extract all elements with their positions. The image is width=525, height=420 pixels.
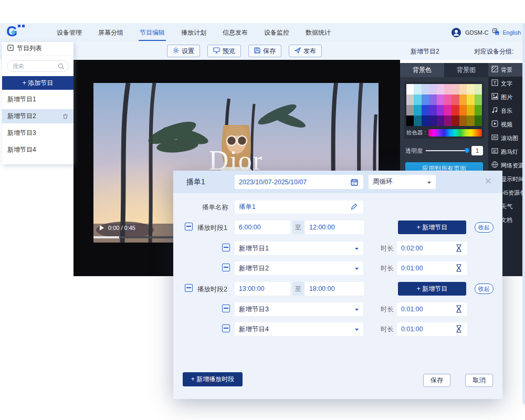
program-item-2[interactable]: 新增节目2 (2, 109, 74, 123)
add-program-to-section-button[interactable]: + 新增节目 (398, 220, 466, 234)
nav-data-stats[interactable]: 数据统计 (304, 24, 332, 42)
color-swatch[interactable] (429, 84, 436, 94)
save-button[interactable]: 保存 (248, 45, 281, 57)
color-swatch[interactable] (406, 84, 414, 94)
color-swatch[interactable] (452, 116, 459, 126)
color-swatch[interactable] (406, 116, 414, 126)
color-swatch[interactable] (414, 84, 421, 94)
section2-start-time[interactable] (235, 282, 290, 296)
opacity-slider[interactable] (426, 150, 468, 151)
tool-text[interactable]: T 文字 (488, 77, 522, 90)
tool-scroll-image[interactable]: 滚动图 (488, 131, 522, 145)
tool-music[interactable]: 音乐 (488, 104, 522, 118)
avatar-icon[interactable] (451, 27, 461, 38)
color-swatch[interactable] (444, 116, 452, 126)
color-spectrum-bar[interactable] (428, 129, 482, 136)
remove-program-button[interactable] (222, 264, 230, 271)
color-swatch[interactable] (467, 94, 474, 105)
color-swatch[interactable] (444, 84, 452, 94)
trash-icon[interactable] (62, 113, 68, 119)
color-swatch[interactable] (475, 116, 482, 126)
play-icon[interactable] (100, 225, 104, 230)
hourglass-icon[interactable] (456, 264, 462, 272)
program-item-3[interactable]: 新增节目3 (2, 126, 74, 140)
program-select[interactable]: 新增节目1 (235, 242, 363, 255)
nav-device-management[interactable]: 设备管理 (56, 24, 83, 42)
color-swatch[interactable] (429, 94, 436, 105)
calendar-icon[interactable] (351, 178, 358, 186)
playlist-name-input[interactable] (235, 201, 363, 214)
nav-play-schedule[interactable]: 播放计划 (180, 24, 207, 42)
color-swatch[interactable] (467, 116, 474, 126)
color-swatch[interactable] (414, 105, 421, 116)
modal-cancel-button[interactable]: 取消 (465, 374, 493, 387)
add-section-button[interactable]: + 新增播放时段 (183, 372, 243, 386)
color-swatch[interactable] (452, 94, 459, 105)
device-group-label[interactable]: 对应设备分组: (474, 47, 513, 56)
tool-marquee[interactable]: 跑马灯 (488, 145, 522, 159)
hourglass-icon[interactable] (456, 244, 462, 252)
tool-image[interactable]: 图片 (488, 90, 522, 104)
color-swatch[interactable] (437, 116, 444, 126)
color-swatch[interactable] (437, 105, 444, 116)
edit-icon[interactable] (54, 113, 59, 119)
program-item-1[interactable]: 新增节目1 (2, 92, 74, 107)
remove-section-button[interactable] (185, 284, 193, 292)
modal-save-button[interactable]: 保存 (423, 374, 450, 387)
remove-program-button[interactable] (222, 244, 230, 251)
color-swatch[interactable] (437, 94, 444, 105)
date-range-input[interactable] (235, 175, 363, 189)
color-swatch[interactable] (406, 105, 414, 116)
color-swatch[interactable] (467, 105, 474, 116)
language-switch[interactable]: English (503, 29, 521, 36)
collapse-button[interactable]: 收起 (475, 222, 494, 233)
remove-section-button[interactable] (185, 223, 193, 230)
hourglass-icon[interactable] (456, 325, 462, 333)
publish-button[interactable]: 发布 (289, 45, 322, 57)
preview-button[interactable]: 预览 (207, 45, 241, 57)
color-swatch[interactable] (414, 94, 421, 105)
section1-start-time[interactable] (235, 220, 290, 234)
color-swatch[interactable] (437, 84, 444, 94)
color-swatch[interactable] (444, 105, 452, 116)
section2-end-time[interactable] (305, 282, 364, 296)
settings-button[interactable]: 设置 (167, 45, 200, 57)
search-icon[interactable] (58, 62, 65, 72)
program-select[interactable]: 新增节目2 (235, 261, 363, 275)
translate-icon[interactable]: 文a (492, 28, 499, 37)
program-item-4[interactable]: 新增节目4 (2, 143, 74, 157)
opacity-slider-knob[interactable] (465, 148, 469, 153)
nav-screen-groups[interactable]: 屏幕分组 (97, 24, 124, 42)
nav-device-monitor[interactable]: 设备监控 (263, 24, 290, 42)
color-swatch[interactable] (452, 84, 459, 94)
hourglass-icon[interactable] (456, 305, 462, 313)
brand-logo[interactable]: G (6, 24, 27, 40)
color-swatch[interactable] (406, 94, 414, 105)
pencil-icon[interactable] (351, 203, 358, 210)
tab-background-color[interactable]: 背景色 (400, 63, 444, 77)
color-swatch[interactable] (467, 84, 474, 94)
program-select[interactable]: 新增节目3 (235, 302, 363, 316)
repeat-mode-select[interactable]: 周循环 (369, 175, 436, 189)
color-swatch[interactable] (452, 105, 459, 116)
collapse-button[interactable]: 收起 (475, 284, 494, 294)
color-swatch[interactable] (459, 105, 467, 116)
color-swatch[interactable] (475, 84, 482, 94)
add-program-button[interactable]: + 添加节目 (2, 76, 74, 90)
color-swatch[interactable] (459, 94, 467, 105)
color-swatch[interactable] (429, 105, 436, 116)
color-swatch[interactable] (429, 116, 436, 126)
color-swatch[interactable] (459, 84, 467, 94)
color-swatch[interactable] (444, 94, 452, 105)
tab-background-image[interactable]: 背景图 (444, 63, 488, 77)
program-select[interactable]: 新增节目4 (235, 322, 363, 336)
color-swatch[interactable] (414, 116, 421, 126)
close-icon[interactable]: ✕ (485, 176, 492, 187)
color-swatch[interactable] (422, 84, 429, 94)
nav-info-publish[interactable]: 信息发布 (222, 24, 249, 42)
section1-end-time[interactable] (305, 220, 364, 234)
color-swatch[interactable] (475, 105, 482, 116)
color-swatch[interactable] (422, 116, 429, 126)
add-program-to-section-button[interactable]: + 新增节目 (398, 282, 466, 296)
color-palette[interactable] (406, 84, 482, 126)
